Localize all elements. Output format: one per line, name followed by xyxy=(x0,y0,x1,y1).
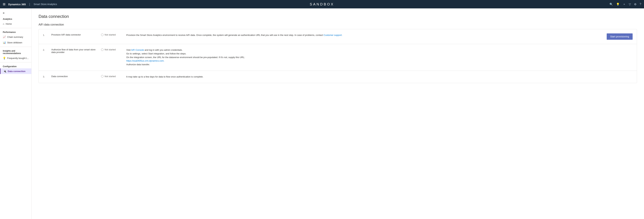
step-2-description: Visit AiFi Console and log in with you a… xyxy=(126,48,600,66)
step-1-desc-text: Provision the Smart Store Analytics envi… xyxy=(126,34,323,36)
topnav-icons: 🔍 💡 ＋ ▽ ⚙ ? xyxy=(610,2,641,6)
sidebar-item-frequently-bought-label: Frequently bought t... xyxy=(7,57,29,59)
sidebar-divider-1 xyxy=(0,28,31,28)
section-insights: Insights andrecommendations xyxy=(0,48,31,55)
step-2-number: 2. xyxy=(43,49,47,51)
sidebar-item-home-label: Home xyxy=(6,22,12,25)
step-row-1: 1. Provision AiFi data connector Not sta… xyxy=(39,29,637,44)
waffle-menu-icon[interactable]: ⊞ xyxy=(3,2,6,6)
plug-icon: 🔌 xyxy=(3,70,6,73)
main-content: Data connection AiFi data connection 1. … xyxy=(32,8,644,219)
nav-separator: | xyxy=(29,2,30,6)
step-3-description: It may take up to a few days for data to… xyxy=(126,75,600,79)
step-1-action: Start provisioning xyxy=(604,33,632,40)
lightbulb-sidebar-icon: 💡 xyxy=(3,57,6,59)
chart-line-icon: 📈 xyxy=(3,35,6,38)
sidebar-divider-2 xyxy=(0,47,31,47)
start-provisioning-button[interactable]: Start provisioning xyxy=(607,33,632,40)
step-2-label: Authorize flow of data from your smart s… xyxy=(51,48,97,53)
step-2-status-circle xyxy=(101,48,104,51)
sidebar-item-store-drilldown-label: Store drilldown xyxy=(7,41,22,44)
sidebar-item-frequently-bought[interactable]: 💡 Frequently bought t... xyxy=(0,55,31,61)
app-layout: ≡ Analytics ⌂ Home Performance 📈 Chain s… xyxy=(0,8,644,219)
step-3-status-label: Not started xyxy=(104,75,116,78)
add-icon[interactable]: ＋ xyxy=(623,2,626,6)
step-3-number: 3. xyxy=(43,75,47,78)
sidebar-item-store-drilldown[interactable]: 📊 Store drilldown xyxy=(0,40,31,45)
filter-icon[interactable]: ▽ xyxy=(629,3,631,6)
lightbulb-icon[interactable]: 💡 xyxy=(616,3,620,6)
top-navigation: ⊞ Dynamics 365 | Smart Store Analytics S… xyxy=(0,0,644,8)
help-icon[interactable]: ? xyxy=(640,3,641,6)
search-icon[interactable]: 🔍 xyxy=(610,3,613,6)
sidebar: ≡ Analytics ⌂ Home Performance 📈 Chain s… xyxy=(0,8,32,219)
chart-bar-icon: 📊 xyxy=(3,41,6,44)
step-3-label: Data connection xyxy=(51,75,97,78)
step-1-status-circle xyxy=(101,33,104,36)
settings-icon[interactable]: ⚙ xyxy=(634,3,636,6)
home-icon: ⌂ xyxy=(3,22,4,25)
step-2-status-label: Not started xyxy=(104,48,116,51)
sandbox-label: SANDBOX xyxy=(310,2,334,6)
sidebar-divider-3 xyxy=(0,62,31,62)
section-configuration: Configuration xyxy=(0,64,31,68)
section-analytics: Analytics xyxy=(0,16,31,21)
step-1-status-label: Not started xyxy=(104,33,116,36)
app-name-label: Smart Store Analytics xyxy=(34,3,57,5)
sidebar-item-data-connection[interactable]: 🔌 Data connection xyxy=(0,68,31,74)
step-row-2: 2. Authorize flow of data from your smar… xyxy=(39,44,637,71)
sidebar-item-chain-summary-label: Chain summary xyxy=(7,36,23,38)
step-1-description: Provision the Smart Store Analytics envi… xyxy=(126,33,600,37)
sidebar-item-data-connection-label: Data connection xyxy=(8,70,26,73)
sidebar-item-chain-summary[interactable]: 📈 Chain summary xyxy=(0,34,31,40)
step-1-label: Provision AiFi data connector xyxy=(51,33,97,36)
brand-label: Dynamics 365 xyxy=(8,3,26,6)
step-1-status: Not started xyxy=(101,33,122,36)
hamburger-icon[interactable]: ≡ xyxy=(0,10,31,16)
ssa-url-link[interactable]: https://ssa0405us.crm.dynamics.com. xyxy=(126,59,164,62)
aifi-console-link[interactable]: AiFi Console xyxy=(131,49,144,51)
step-1-customer-support-link[interactable]: Customer support. xyxy=(324,34,342,36)
step-row-3: 3. Data connection Not started It may ta… xyxy=(39,71,637,83)
step-3-status: Not started xyxy=(101,75,122,78)
page-title: Data connection xyxy=(38,14,637,19)
section-title: AiFi data connection xyxy=(38,23,637,26)
step-1-number: 1. xyxy=(43,34,47,36)
section-performance: Performance xyxy=(0,29,31,34)
data-connection-card: 1. Provision AiFi data connector Not sta… xyxy=(38,29,637,83)
step-2-status: Not started xyxy=(101,48,122,51)
step-3-status-circle xyxy=(101,75,104,77)
sidebar-item-home[interactable]: ⌂ Home xyxy=(0,21,31,26)
